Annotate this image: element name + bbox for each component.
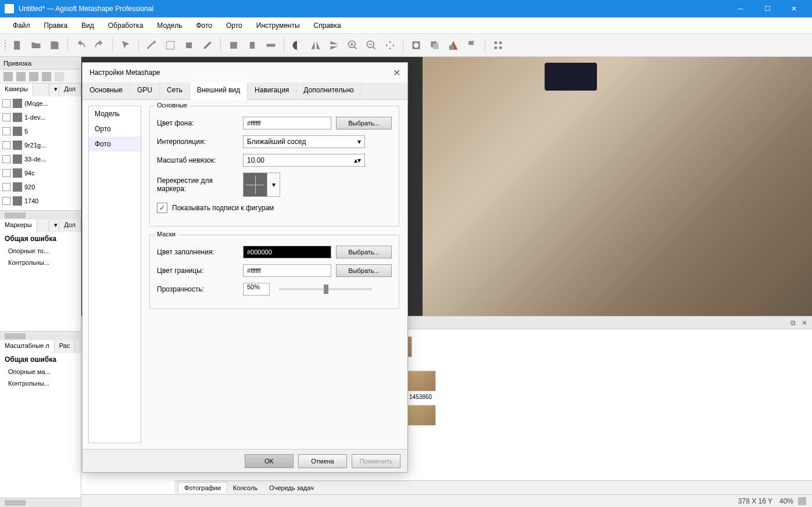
residual-spinner[interactable]: 10.00▴▾ bbox=[243, 154, 365, 167]
border-color-input[interactable] bbox=[243, 264, 331, 277]
menu-tools[interactable]: Инструменты bbox=[251, 20, 306, 31]
error-row[interactable]: Контрольны... bbox=[0, 257, 81, 268]
opacity-slider[interactable] bbox=[279, 288, 372, 290]
minimize-button[interactable]: ─ bbox=[727, 0, 754, 17]
tab-photos[interactable]: Фотографии bbox=[178, 482, 227, 493]
scrollbar[interactable] bbox=[0, 210, 81, 220]
camera-row[interactable]: 33-de... bbox=[0, 152, 81, 166]
menu-ortho[interactable]: Орто bbox=[220, 20, 248, 31]
tab-scalebars-2[interactable]: Рас bbox=[55, 340, 76, 353]
contrast-icon[interactable] bbox=[289, 37, 305, 53]
tab-cameras-2[interactable]: Дол bbox=[59, 84, 81, 96]
maximize-button[interactable]: ☐ bbox=[754, 0, 781, 17]
ok-button[interactable]: OK bbox=[245, 454, 294, 468]
tab-general[interactable]: Основные bbox=[83, 82, 130, 99]
interp-select[interactable]: Ближайший сосед▾ bbox=[243, 135, 365, 148]
menu-workflow[interactable]: Обработка bbox=[102, 20, 149, 31]
camera-row[interactable]: 1740 bbox=[0, 194, 81, 208]
restore-icon[interactable]: ⧉ bbox=[789, 319, 797, 327]
binding-tool-icon[interactable] bbox=[55, 72, 64, 81]
scrollbar[interactable] bbox=[0, 498, 81, 507]
trim-icon[interactable] bbox=[244, 37, 260, 53]
sidebar-item-photo[interactable]: Фото bbox=[89, 136, 141, 152]
close-button[interactable]: ✕ bbox=[781, 0, 807, 17]
fill-color-input[interactable] bbox=[243, 246, 331, 258]
show-labels-checkbox[interactable]: ✓ bbox=[157, 203, 167, 213]
menu-file[interactable]: Файл bbox=[7, 20, 36, 31]
border-color-choose-button[interactable]: Выбрать... bbox=[336, 264, 392, 277]
slider-handle[interactable] bbox=[324, 285, 328, 294]
flip-v-icon[interactable] bbox=[326, 37, 342, 53]
camera-icon bbox=[13, 127, 22, 136]
fill-color-choose-button[interactable]: Выбрать... bbox=[336, 246, 392, 258]
tab-console[interactable]: Консоль bbox=[227, 483, 263, 493]
flag-icon[interactable] bbox=[464, 37, 480, 53]
chevron-down-icon[interactable]: ▾ bbox=[49, 84, 59, 96]
tab-advanced[interactable]: Дополнительно bbox=[296, 82, 361, 99]
depth-icon[interactable] bbox=[427, 37, 443, 53]
camera-row[interactable]: 94c bbox=[0, 166, 81, 180]
tab-gpu[interactable]: GPU bbox=[130, 82, 160, 99]
camera-row[interactable]: 920 bbox=[0, 180, 81, 194]
zoom-out-icon[interactable] bbox=[363, 37, 380, 53]
flip-h-icon[interactable] bbox=[307, 37, 324, 53]
close-icon[interactable]: ✕ bbox=[800, 319, 809, 327]
dialog-close-icon[interactable]: ✕ bbox=[393, 67, 400, 78]
ruler-icon[interactable] bbox=[263, 37, 279, 53]
brush-icon[interactable] bbox=[199, 37, 216, 53]
opacity-label: Прозрачность: bbox=[157, 285, 238, 293]
toolbar-grip[interactable] bbox=[3, 38, 7, 52]
cancel-button[interactable]: Отмена bbox=[298, 454, 347, 468]
camera-row[interactable]: (Моде... bbox=[0, 96, 81, 110]
binding-tool-icon[interactable] bbox=[16, 72, 26, 81]
chevron-down-icon[interactable]: ▾ bbox=[267, 172, 280, 197]
binding-tool-icon[interactable] bbox=[29, 72, 38, 81]
marker-preview[interactable]: ▾ bbox=[243, 172, 280, 197]
dialog-title: Настройки Metashape bbox=[90, 69, 160, 77]
error-row[interactable]: Контрольны... bbox=[0, 377, 81, 389]
bg-color-input[interactable] bbox=[243, 117, 331, 130]
opacity-value[interactable]: 50% bbox=[243, 283, 270, 296]
binding-tool-icon[interactable] bbox=[3, 72, 13, 81]
fit-icon[interactable] bbox=[382, 37, 398, 53]
apply-button[interactable]: Применить bbox=[352, 454, 400, 468]
shapes-icon[interactable] bbox=[445, 37, 462, 53]
menu-photo[interactable]: Фото bbox=[190, 20, 218, 31]
menu-help[interactable]: Справка bbox=[308, 20, 347, 31]
sidebar-item-ortho[interactable]: Орто bbox=[89, 121, 141, 136]
tab-appearance[interactable]: Внешний вид bbox=[190, 82, 248, 100]
save-icon[interactable] bbox=[46, 37, 63, 53]
undo-icon[interactable] bbox=[73, 37, 89, 53]
tab-cameras[interactable]: Камеры bbox=[0, 84, 33, 96]
mask-icon[interactable] bbox=[408, 37, 424, 53]
menu-view[interactable]: Вид bbox=[76, 20, 100, 31]
error-row[interactable]: Опорные то... bbox=[0, 245, 81, 257]
grid-icon[interactable] bbox=[490, 37, 506, 53]
tab-markers[interactable]: Маркеры bbox=[0, 220, 37, 232]
wand-icon[interactable] bbox=[144, 37, 160, 53]
camera-row[interactable]: 5 bbox=[0, 124, 81, 138]
select-rect-icon[interactable] bbox=[162, 37, 178, 53]
scrollbar[interactable] bbox=[0, 331, 81, 340]
chevron-down-icon[interactable]: ▾ bbox=[49, 220, 59, 232]
bg-color-choose-button[interactable]: Выбрать... bbox=[336, 117, 392, 130]
camera-row[interactable]: 1-dev... bbox=[0, 110, 81, 124]
open-icon[interactable] bbox=[28, 37, 44, 53]
crop-icon[interactable] bbox=[226, 37, 242, 53]
zoom-in-icon[interactable] bbox=[345, 37, 361, 53]
tab-navigation[interactable]: Навигация bbox=[248, 82, 296, 99]
tab-scalebars[interactable]: Масштабные л bbox=[0, 340, 55, 353]
new-icon[interactable] bbox=[9, 37, 26, 53]
redo-icon[interactable] bbox=[91, 37, 108, 53]
menu-model[interactable]: Модель bbox=[151, 20, 188, 31]
sidebar-item-model[interactable]: Модель bbox=[89, 106, 141, 121]
move-region-icon[interactable] bbox=[181, 37, 197, 53]
binding-tool-icon[interactable] bbox=[42, 72, 51, 81]
menu-edit[interactable]: Правка bbox=[38, 20, 74, 31]
camera-row[interactable]: 9r21g... bbox=[0, 138, 81, 152]
tab-network[interactable]: Сеть bbox=[160, 82, 190, 99]
tab-markers-2[interactable]: Дол bbox=[59, 220, 81, 232]
cursor-icon[interactable] bbox=[117, 37, 134, 53]
error-row[interactable]: Опорные ма... bbox=[0, 366, 81, 377]
tab-jobs[interactable]: Очередь задач bbox=[263, 483, 320, 493]
